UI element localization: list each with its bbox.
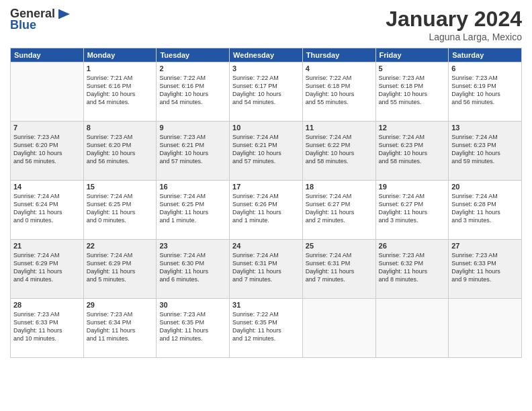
weekday-header-row: Sunday Monday Tuesday Wednesday Thursday… <box>11 48 522 62</box>
day-info: Sunrise: 7:24 AM Sunset: 6:22 PM Dayligh… <box>306 133 373 166</box>
day-info: Sunrise: 7:23 AM Sunset: 6:20 PM Dayligh… <box>87 133 154 166</box>
table-row: 3Sunrise: 7:22 AM Sunset: 6:17 PM Daylig… <box>230 62 303 122</box>
day-number: 17 <box>232 183 300 191</box>
table-row: 7Sunrise: 7:23 AM Sunset: 6:20 PM Daylig… <box>11 122 84 181</box>
header-saturday: Saturday <box>449 48 522 62</box>
day-info: Sunrise: 7:21 AM Sunset: 6:16 PM Dayligh… <box>87 74 154 107</box>
table-row: 23Sunrise: 7:24 AM Sunset: 6:30 PM Dayli… <box>157 240 230 299</box>
title-block: January 2024 Laguna Larga, Mexico <box>386 7 522 42</box>
svg-marker-0 <box>59 9 70 19</box>
day-info: Sunrise: 7:23 AM Sunset: 6:33 PM Dayligh… <box>451 251 519 284</box>
day-info: Sunrise: 7:23 AM Sunset: 6:34 PM Dayligh… <box>87 310 154 343</box>
day-info: Sunrise: 7:23 AM Sunset: 6:20 PM Dayligh… <box>13 133 81 166</box>
table-row: 22Sunrise: 7:24 AM Sunset: 6:29 PM Dayli… <box>83 240 157 299</box>
day-number: 30 <box>159 301 226 309</box>
day-number: 22 <box>87 242 154 250</box>
day-info: Sunrise: 7:24 AM Sunset: 6:27 PM Dayligh… <box>306 192 373 225</box>
day-number: 7 <box>13 124 81 132</box>
day-number: 26 <box>379 242 446 250</box>
calendar-week-row: 28Sunrise: 7:23 AM Sunset: 6:33 PM Dayli… <box>11 299 522 358</box>
day-number: 23 <box>159 242 226 250</box>
day-info: Sunrise: 7:23 AM Sunset: 6:21 PM Dayligh… <box>159 133 226 166</box>
day-info: Sunrise: 7:24 AM Sunset: 6:30 PM Dayligh… <box>159 251 226 284</box>
table-row: 29Sunrise: 7:23 AM Sunset: 6:34 PM Dayli… <box>83 299 157 358</box>
day-number: 6 <box>451 64 519 73</box>
day-number: 27 <box>451 242 519 250</box>
day-number: 14 <box>13 183 81 191</box>
day-number: 29 <box>87 301 154 309</box>
day-info: Sunrise: 7:24 AM Sunset: 6:23 PM Dayligh… <box>451 133 519 166</box>
calendar-week-row: 14Sunrise: 7:24 AM Sunset: 6:24 PM Dayli… <box>11 181 522 240</box>
day-info: Sunrise: 7:22 AM Sunset: 6:17 PM Dayligh… <box>232 74 300 107</box>
table-row: 6Sunrise: 7:23 AM Sunset: 6:19 PM Daylig… <box>449 62 522 122</box>
day-info: Sunrise: 7:24 AM Sunset: 6:29 PM Dayligh… <box>13 251 81 284</box>
day-info: Sunrise: 7:22 AM Sunset: 6:16 PM Dayligh… <box>159 74 226 107</box>
table-row: 19Sunrise: 7:24 AM Sunset: 6:27 PM Dayli… <box>375 181 449 240</box>
table-row: 1Sunrise: 7:21 AM Sunset: 6:16 PM Daylig… <box>83 62 157 122</box>
day-number: 31 <box>232 301 300 309</box>
day-number: 2 <box>159 64 226 73</box>
day-number: 5 <box>379 64 446 73</box>
table-row <box>11 62 84 122</box>
day-number: 12 <box>379 124 446 132</box>
table-row: 8Sunrise: 7:23 AM Sunset: 6:20 PM Daylig… <box>83 122 157 181</box>
table-row: 5Sunrise: 7:23 AM Sunset: 6:18 PM Daylig… <box>375 62 449 122</box>
day-info: Sunrise: 7:24 AM Sunset: 6:25 PM Dayligh… <box>159 192 226 225</box>
table-row: 21Sunrise: 7:24 AM Sunset: 6:29 PM Dayli… <box>11 240 84 299</box>
header-tuesday: Tuesday <box>157 48 230 62</box>
day-number: 28 <box>13 301 81 309</box>
day-number: 19 <box>379 183 446 191</box>
day-number: 15 <box>87 183 154 191</box>
table-row: 26Sunrise: 7:23 AM Sunset: 6:32 PM Dayli… <box>375 240 449 299</box>
day-number: 9 <box>159 124 226 132</box>
day-info: Sunrise: 7:23 AM Sunset: 6:19 PM Dayligh… <box>451 74 519 107</box>
header: General Blue January 2024 Laguna Larga, … <box>10 7 522 42</box>
logo-text-blue: Blue <box>10 18 36 32</box>
day-info: Sunrise: 7:24 AM Sunset: 6:23 PM Dayligh… <box>379 133 446 166</box>
header-monday: Monday <box>83 48 157 62</box>
header-thursday: Thursday <box>302 48 375 62</box>
day-info: Sunrise: 7:24 AM Sunset: 6:31 PM Dayligh… <box>232 251 300 284</box>
table-row: 27Sunrise: 7:23 AM Sunset: 6:33 PM Dayli… <box>449 240 522 299</box>
table-row: 30Sunrise: 7:23 AM Sunset: 6:35 PM Dayli… <box>157 299 230 358</box>
day-info: Sunrise: 7:24 AM Sunset: 6:26 PM Dayligh… <box>232 192 300 225</box>
table-row: 13Sunrise: 7:24 AM Sunset: 6:23 PM Dayli… <box>449 122 522 181</box>
table-row <box>302 299 375 358</box>
day-number: 20 <box>451 183 519 191</box>
day-info: Sunrise: 7:24 AM Sunset: 6:24 PM Dayligh… <box>13 192 81 225</box>
day-number: 8 <box>87 124 154 132</box>
table-row: 11Sunrise: 7:24 AM Sunset: 6:22 PM Dayli… <box>302 122 375 181</box>
calendar-week-row: 1Sunrise: 7:21 AM Sunset: 6:16 PM Daylig… <box>11 62 522 122</box>
logo: General Blue <box>10 7 71 32</box>
day-number: 21 <box>13 242 81 250</box>
day-number: 18 <box>306 183 373 191</box>
table-row: 9Sunrise: 7:23 AM Sunset: 6:21 PM Daylig… <box>157 122 230 181</box>
day-number: 3 <box>232 64 300 73</box>
day-info: Sunrise: 7:24 AM Sunset: 6:31 PM Dayligh… <box>306 251 373 284</box>
logo-flag-icon <box>56 8 71 20</box>
table-row: 18Sunrise: 7:24 AM Sunset: 6:27 PM Dayli… <box>302 181 375 240</box>
calendar-week-row: 7Sunrise: 7:23 AM Sunset: 6:20 PM Daylig… <box>11 122 522 181</box>
day-number: 10 <box>232 124 300 132</box>
day-number: 24 <box>232 242 300 250</box>
header-friday: Friday <box>375 48 449 62</box>
day-number: 4 <box>306 64 373 73</box>
day-info: Sunrise: 7:24 AM Sunset: 6:21 PM Dayligh… <box>232 133 300 166</box>
day-info: Sunrise: 7:24 AM Sunset: 6:25 PM Dayligh… <box>87 192 154 225</box>
day-info: Sunrise: 7:24 AM Sunset: 6:28 PM Dayligh… <box>451 192 519 225</box>
day-number: 16 <box>159 183 226 191</box>
day-number: 25 <box>306 242 373 250</box>
day-info: Sunrise: 7:24 AM Sunset: 6:27 PM Dayligh… <box>379 192 446 225</box>
day-info: Sunrise: 7:23 AM Sunset: 6:18 PM Dayligh… <box>379 74 446 107</box>
table-row: 14Sunrise: 7:24 AM Sunset: 6:24 PM Dayli… <box>11 181 84 240</box>
table-row: 12Sunrise: 7:24 AM Sunset: 6:23 PM Dayli… <box>375 122 449 181</box>
header-wednesday: Wednesday <box>230 48 303 62</box>
table-row: 2Sunrise: 7:22 AM Sunset: 6:16 PM Daylig… <box>157 62 230 122</box>
header-sunday: Sunday <box>11 48 84 62</box>
table-row: 16Sunrise: 7:24 AM Sunset: 6:25 PM Dayli… <box>157 181 230 240</box>
table-row: 15Sunrise: 7:24 AM Sunset: 6:25 PM Dayli… <box>83 181 157 240</box>
day-info: Sunrise: 7:23 AM Sunset: 6:33 PM Dayligh… <box>13 310 81 343</box>
day-number: 13 <box>451 124 519 132</box>
calendar-week-row: 21Sunrise: 7:24 AM Sunset: 6:29 PM Dayli… <box>11 240 522 299</box>
table-row: 17Sunrise: 7:24 AM Sunset: 6:26 PM Dayli… <box>230 181 303 240</box>
